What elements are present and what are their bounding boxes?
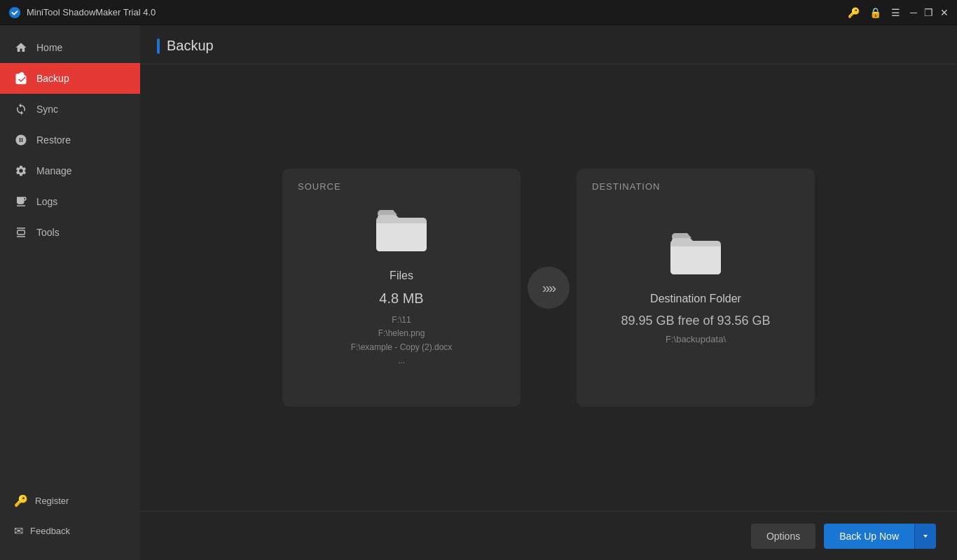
- source-path-1: F:\helen.png: [351, 327, 453, 340]
- sidebar-label-backup: Backup: [36, 73, 69, 84]
- backup-area: SOURCE Files 4.8 MB F:\11 F:\helen.png F…: [140, 64, 957, 511]
- destination-folder-icon: [668, 231, 724, 280]
- title-bar-left: MiniTool ShadowMaker Trial 4.0: [8, 6, 156, 19]
- sidebar-label-logs: Logs: [36, 196, 57, 207]
- sidebar-item-restore[interactable]: Restore: [0, 125, 140, 155]
- app-logo-icon: [8, 6, 21, 19]
- page-header-bar: [157, 38, 160, 54]
- destination-free: 89.95 GB free of 93.56 GB: [621, 314, 770, 328]
- page-title: Backup: [167, 38, 214, 54]
- backup-now-button[interactable]: Back Up Now: [824, 524, 914, 549]
- tools-icon: [14, 225, 28, 239]
- sidebar-bottom: 🔑 Register ✉ Feedback: [0, 486, 140, 560]
- backup-icon: [14, 71, 28, 85]
- source-paths: F:\11 F:\helen.png F:\example - Copy (2)…: [351, 314, 453, 368]
- destination-card[interactable]: DESTINATION Destination Folder 89.95 GB …: [577, 169, 815, 407]
- source-label: SOURCE: [298, 181, 341, 192]
- destination-path: F:\backupdata\: [666, 334, 726, 344]
- source-path-0: F:\11: [351, 314, 453, 327]
- sidebar-label-tools: Tools: [36, 227, 60, 238]
- main-layout: Home Backup Sync Restore: [0, 25, 957, 560]
- sidebar-item-sync[interactable]: Sync: [0, 94, 140, 125]
- feedback-label: Feedback: [30, 526, 70, 536]
- sidebar-label-manage: Manage: [36, 165, 72, 176]
- source-size: 4.8 MB: [379, 290, 423, 307]
- sidebar-item-backup[interactable]: Backup: [0, 63, 140, 94]
- sidebar-item-register[interactable]: 🔑 Register: [0, 486, 140, 516]
- source-path-3: ...: [351, 354, 453, 368]
- maximize-button[interactable]: ❐: [924, 7, 933, 18]
- footer: Options Back Up Now: [140, 511, 957, 560]
- sidebar-item-home[interactable]: Home: [0, 32, 140, 63]
- sidebar-label-sync: Sync: [36, 104, 58, 115]
- sidebar-item-manage[interactable]: Manage: [0, 155, 140, 186]
- backup-now-wrap: Back Up Now: [824, 524, 936, 549]
- sidebar: Home Backup Sync Restore: [0, 25, 140, 560]
- sidebar-item-feedback[interactable]: ✉ Feedback: [0, 516, 140, 546]
- sidebar-label-restore: Restore: [36, 134, 71, 146]
- source-path-2: F:\example - Copy (2).docx: [351, 341, 453, 354]
- source-card[interactable]: SOURCE Files 4.8 MB F:\11 F:\helen.png F…: [282, 169, 521, 407]
- feedback-icon: ✉: [14, 524, 23, 538]
- sidebar-label-home: Home: [36, 42, 62, 53]
- backup-now-dropdown-button[interactable]: [914, 524, 936, 549]
- svg-point-0: [9, 6, 20, 18]
- restore-icon: [14, 133, 28, 147]
- destination-label: DESTINATION: [592, 181, 660, 192]
- lock-icon[interactable]: 🔒: [869, 7, 881, 18]
- minimize-button[interactable]: ─: [910, 7, 917, 18]
- key-icon[interactable]: 🔑: [848, 7, 860, 18]
- arrow-icon: »»: [528, 267, 570, 309]
- source-folder-icon: [373, 208, 429, 257]
- source-name: Files: [390, 270, 413, 282]
- sidebar-item-tools[interactable]: Tools: [0, 217, 140, 248]
- window-controls: ─ ❐ ✕: [910, 7, 949, 18]
- options-button[interactable]: Options: [751, 524, 815, 549]
- sidebar-item-logs[interactable]: Logs: [0, 186, 140, 217]
- app-title: MiniTool ShadowMaker Trial 4.0: [27, 7, 156, 18]
- title-bar-controls: 🔑 🔒 ☰ ─ ❐ ✕: [848, 7, 949, 18]
- home-icon: [14, 41, 28, 55]
- sync-icon: [14, 102, 28, 116]
- logs-icon: [14, 195, 28, 209]
- register-icon: 🔑: [14, 494, 28, 507]
- register-label: Register: [35, 496, 69, 506]
- title-bar: MiniTool ShadowMaker Trial 4.0 🔑 🔒 ☰ ─ ❐…: [0, 0, 957, 25]
- page-header: Backup: [140, 25, 957, 64]
- close-button[interactable]: ✕: [940, 7, 949, 18]
- manage-icon: [14, 164, 28, 178]
- menu-icon[interactable]: ☰: [891, 7, 900, 18]
- arrow-connector: »»: [521, 267, 577, 309]
- content-area: Backup SOURCE Files 4.8 MB F:\11 F:\h: [140, 25, 957, 560]
- destination-folder-name: Destination Folder: [650, 293, 741, 305]
